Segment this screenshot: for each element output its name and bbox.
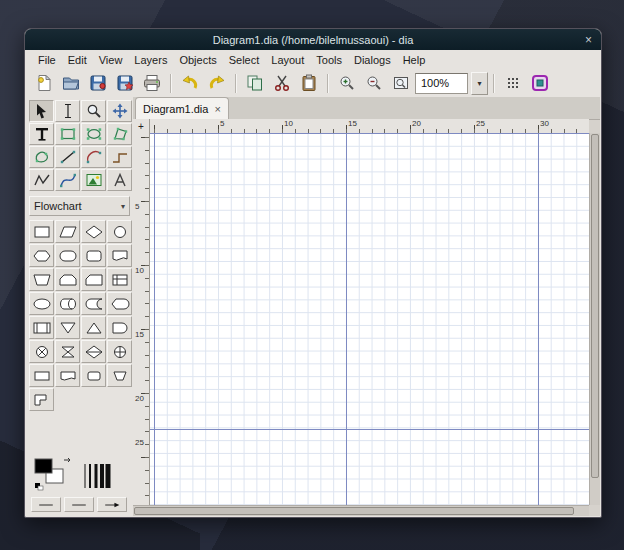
line-style-button[interactable]	[64, 497, 94, 512]
shape-parallelogram[interactable]	[55, 220, 80, 243]
paste-icon	[300, 74, 318, 92]
shape-card[interactable]	[81, 268, 106, 291]
shape-magnetic-drum[interactable]	[55, 292, 80, 315]
tool-scroll[interactable]	[107, 100, 132, 122]
save-as-button[interactable]	[112, 70, 138, 96]
menu-dialogs[interactable]: Dialogs	[348, 52, 397, 68]
shape-manual-operation[interactable]	[107, 364, 132, 387]
new-diagram-button[interactable]	[31, 70, 57, 96]
window-close-button[interactable]: ×	[585, 29, 592, 50]
shape-predefined-process[interactable]	[29, 316, 54, 339]
shape-oval[interactable]	[29, 292, 54, 315]
shape-preparation[interactable]	[29, 244, 54, 267]
shape-extract[interactable]	[55, 316, 80, 339]
begin-arrow-style-button[interactable]	[31, 497, 61, 512]
ruler-origin-button[interactable]: +	[133, 119, 150, 134]
page-boundary-left	[154, 133, 155, 505]
tool-image[interactable]	[81, 169, 106, 191]
save-diagram-button[interactable]	[85, 70, 111, 96]
horizontal-ruler[interactable]: 5 10 15 20 25 30	[150, 119, 589, 134]
tool-box[interactable]	[55, 123, 80, 145]
paste-button[interactable]	[296, 70, 322, 96]
end-arrow-style-button[interactable]	[97, 497, 127, 512]
shape-or[interactable]	[107, 340, 132, 363]
menu-edit[interactable]: Edit	[62, 52, 93, 68]
diagram-canvas[interactable]	[150, 133, 589, 505]
menu-view[interactable]: View	[93, 52, 129, 68]
zoom-fit-icon	[392, 74, 410, 92]
vertical-scrollbar-thumb[interactable]	[591, 134, 599, 478]
menu-layers[interactable]: Layers	[128, 52, 173, 68]
tool-beziergon[interactable]	[29, 146, 54, 168]
vruler-label: 20	[135, 394, 144, 403]
shape-sort[interactable]	[81, 340, 106, 363]
shape-loop-limit[interactable]	[55, 268, 80, 291]
shape-offline-storage[interactable]	[81, 364, 106, 387]
print-button[interactable]	[139, 70, 165, 96]
copy-button[interactable]	[242, 70, 268, 96]
zoom-level-input[interactable]: 100%	[415, 73, 468, 94]
cut-button[interactable]	[269, 70, 295, 96]
tool-text[interactable]	[29, 123, 54, 145]
undo-button[interactable]	[177, 70, 203, 96]
shape-terminal[interactable]	[55, 244, 80, 267]
tool-arc[interactable]	[81, 146, 106, 168]
horizontal-scrollbar[interactable]	[133, 505, 589, 516]
menu-file[interactable]: File	[32, 52, 62, 68]
tool-line[interactable]	[55, 146, 80, 168]
tool-modify[interactable]	[29, 100, 54, 122]
tool-ellipse[interactable]	[81, 123, 106, 145]
shape-internal-storage[interactable]	[107, 268, 132, 291]
horizontal-scrollbar-thumb[interactable]	[134, 507, 574, 515]
shape-process[interactable]	[29, 220, 54, 243]
tool-polyline[interactable]	[29, 169, 54, 191]
shape-transmittal-tape[interactable]	[29, 364, 54, 387]
window-title: Diagram1.dia (/home/bilelmussaoui) - dia	[213, 34, 414, 46]
shape-merge[interactable]	[81, 316, 106, 339]
vertical-scrollbar[interactable]	[589, 133, 600, 505]
zoom-in-button[interactable]	[334, 70, 360, 96]
shape-collate[interactable]	[55, 340, 80, 363]
zoom-level-dropdown-button[interactable]: ▾	[471, 72, 488, 95]
tool-edit-text[interactable]	[55, 100, 80, 122]
tool-outline[interactable]	[107, 169, 132, 191]
toggle-grid-button[interactable]	[500, 70, 526, 96]
tab-close-icon[interactable]: ×	[214, 103, 220, 115]
open-diagram-button[interactable]	[58, 70, 84, 96]
shape-stored-data[interactable]	[81, 292, 106, 315]
menu-help[interactable]: Help	[397, 52, 432, 68]
shape-connector[interactable]	[107, 220, 132, 243]
shape-summing-junction[interactable]	[29, 340, 54, 363]
shape-decision[interactable]	[81, 220, 106, 243]
menu-layout[interactable]: Layout	[265, 52, 310, 68]
vruler-label: 15	[135, 330, 144, 339]
tab-diagram1[interactable]: Diagram1.dia ×	[135, 97, 229, 119]
sheet-selector[interactable]: Flowchart ▾	[29, 196, 130, 216]
plus-icon: +	[138, 121, 144, 132]
zoom-out-button[interactable]	[361, 70, 387, 96]
save-as-icon	[116, 74, 134, 92]
menu-select[interactable]: Select	[223, 52, 266, 68]
redo-button[interactable]	[204, 70, 230, 96]
shape-display[interactable]	[107, 292, 132, 315]
tool-zigzagline[interactable]	[107, 146, 132, 168]
shape-document[interactable]	[107, 244, 132, 267]
titlebar[interactable]: Diagram1.dia (/home/bilelmussaoui) - dia…	[25, 29, 601, 50]
zoom-fit-button[interactable]	[388, 70, 414, 96]
fg-bg-color-selector[interactable]	[33, 457, 73, 491]
shape-alternate-process[interactable]	[81, 244, 106, 267]
tool-magnify[interactable]	[81, 100, 106, 122]
vruler-label: 25	[135, 438, 144, 447]
menu-tools[interactable]: Tools	[310, 52, 348, 68]
shape-off-page-connector[interactable]	[29, 388, 54, 411]
menu-objects[interactable]: Objects	[173, 52, 222, 68]
shape-manual-input[interactable]	[29, 268, 54, 291]
vertical-ruler[interactable]: 5 10 15 20 25	[133, 133, 150, 505]
zoom-out-icon	[365, 74, 383, 92]
shape-delay[interactable]	[107, 316, 132, 339]
tool-bezierline[interactable]	[55, 169, 80, 191]
shape-punched-tape[interactable]	[55, 364, 80, 387]
toggle-snap-button[interactable]	[527, 70, 553, 96]
tool-polygon[interactable]	[107, 123, 132, 145]
line-width-selector[interactable]	[81, 461, 111, 491]
